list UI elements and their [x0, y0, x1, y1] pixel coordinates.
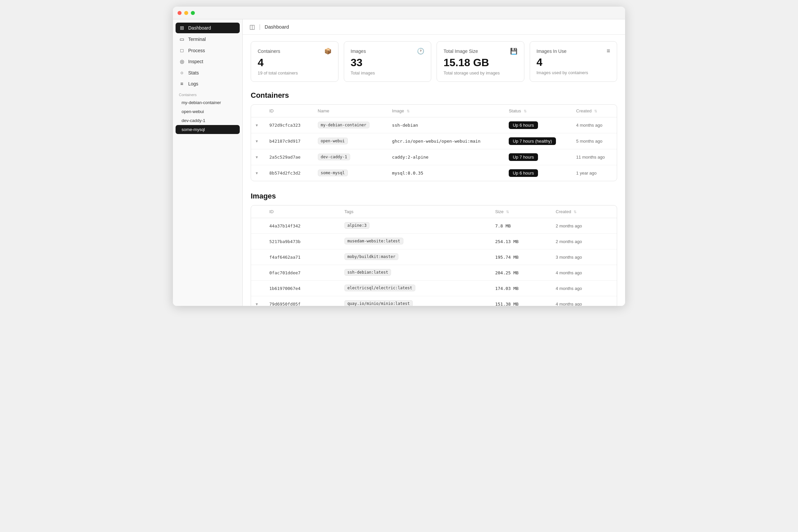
containers-table: ID Name Image ⇅ Status ⇅ Created ⇅ ▾ 972…: [251, 105, 617, 181]
sidebar-item-inspect[interactable]: ◎Inspect: [175, 56, 240, 67]
titlebar: [173, 7, 625, 19]
images-table-wrapper: ID Tags Size ⇅ Created ⇅ 44a37b14f342 al…: [251, 205, 617, 306]
sidebar-container-my-debian-container[interactable]: my-debian-container: [175, 98, 240, 107]
sidebar-item-dashboard[interactable]: ⊞Dashboard: [175, 23, 240, 33]
sidebar-item-stats[interactable]: ○Stats: [175, 68, 240, 78]
app-layout: ⊞Dashboard▭Terminal□Process◎Inspect○Stat…: [173, 19, 625, 306]
sidebar-container-dev-caddy-1[interactable]: dev-caddy-1: [175, 116, 240, 125]
container-status: Up 6 hours: [504, 117, 572, 133]
container-name: my-debian-container: [313, 117, 388, 133]
sidebar-containers-label: Containers: [173, 89, 242, 98]
table-row[interactable]: 1b61970067e4 electricsql/electric:latest…: [251, 281, 617, 296]
containers-col-image: Image ⇅: [387, 105, 504, 117]
image-id: 5217ba9b473b: [265, 234, 340, 249]
table-row[interactable]: ▾ 79d6950fd05f quay.io/minio/minio:lates…: [251, 296, 617, 306]
image-size: 151.38 MB: [491, 296, 551, 306]
main-content: ◫ | Dashboard Containers 📦 4 19 of total…: [243, 19, 625, 306]
containers-tbody: ▾ 972d9cfca323 my-debian-container ssh-d…: [251, 117, 617, 181]
minimize-button[interactable]: [184, 11, 188, 15]
container-id: 8b574d2fc3d2: [265, 165, 313, 181]
container-image: ssh-debian: [387, 117, 504, 133]
image-id: 1b61970067e4: [265, 281, 340, 296]
close-button[interactable]: [177, 11, 182, 15]
sidebar-container-label: open-webui: [182, 109, 204, 114]
table-row[interactable]: ▾ 8b574d2fc3d2 some-mysql mysql:8.0.35 U…: [251, 165, 617, 181]
container-status: Up 7 hours (healthy): [504, 133, 572, 149]
container-created: 5 months ago: [572, 133, 617, 149]
sidebar-container-some-mysql[interactable]: some-mysql: [175, 125, 240, 134]
sidebar-containers-list: my-debian-containeropen-webuidev-caddy-1…: [173, 98, 242, 134]
sidebar-container-label: my-debian-container: [182, 100, 221, 105]
stat-sub-containers: 19 of total containers: [258, 71, 331, 75]
containers-col-created: Created ⇅: [572, 105, 617, 117]
table-row[interactable]: ▾ 2a5c529ad7ae dev-caddy-1 caddy:2-alpin…: [251, 149, 617, 165]
expand-button[interactable]: ▾: [256, 171, 258, 175]
expand-button[interactable]: ▾: [256, 302, 258, 306]
container-name: dev-caddy-1: [313, 149, 388, 165]
sidebar-container-label: some-mysql: [182, 127, 205, 132]
process-icon: □: [179, 48, 185, 53]
image-size: 174.03 MB: [491, 281, 551, 296]
stat-icon-images-in-use: ≡: [607, 48, 610, 55]
sidebar-container-open-webui[interactable]: open-webui: [175, 107, 240, 116]
sidebar-item-process[interactable]: □Process: [175, 45, 240, 56]
container-id: b42187c9d917: [265, 133, 313, 149]
stat-icon-images: 🕐: [417, 48, 424, 55]
table-row[interactable]: 0fac701ddee7 ssh-debian:latest 204.25 MB…: [251, 265, 617, 281]
images-thead: ID Tags Size ⇅ Created ⇅: [251, 206, 617, 218]
container-id: 972d9cfca323: [265, 117, 313, 133]
sidebar-toggle-button[interactable]: ◫: [249, 23, 255, 31]
table-row[interactable]: ▾ 972d9cfca323 my-debian-container ssh-d…: [251, 117, 617, 133]
stat-value-containers: 4: [258, 57, 331, 69]
sidebar-item-label: Stats: [188, 70, 199, 75]
container-id: 2a5c529ad7ae: [265, 149, 313, 165]
maximize-button[interactable]: [191, 11, 195, 15]
table-row[interactable]: f4af6462aa71 moby/buildkit:master 195.74…: [251, 249, 617, 265]
container-name: some-mysql: [313, 165, 388, 181]
container-image: caddy:2-alpine: [387, 149, 504, 165]
containers-col-id: ID: [265, 105, 313, 117]
table-row[interactable]: 44a37b14f342 alpine:3 7.8 MB 2 months ag…: [251, 218, 617, 234]
table-row[interactable]: ▾ b42187c9d917 open-webui ghcr.io/open-w…: [251, 133, 617, 149]
image-created: 4 months ago: [551, 265, 617, 281]
expand-button[interactable]: ▾: [256, 139, 258, 144]
containers-section-title: Containers: [251, 91, 617, 100]
app-window: ⊞Dashboard▭Terminal□Process◎Inspect○Stat…: [173, 7, 625, 306]
image-id: 44a37b14f342: [265, 218, 340, 234]
stat-card-total-image-size: Total Image Size 💾 15.18 GB Total storag…: [437, 41, 524, 82]
images-table: ID Tags Size ⇅ Created ⇅ 44a37b14f342 al…: [251, 206, 617, 306]
stat-label-images-in-use: Images In Use: [537, 49, 567, 54]
image-size: 7.8 MB: [491, 218, 551, 234]
expand-button[interactable]: ▾: [256, 123, 258, 128]
content-area: Containers 📦 4 19 of total containers Im…: [243, 35, 625, 306]
containers-col-expand: [251, 105, 265, 117]
container-image: mysql:8.0.35: [387, 165, 504, 181]
terminal-icon: ▭: [179, 36, 185, 42]
dashboard-icon: ⊞: [179, 25, 185, 31]
image-created: 4 months ago: [551, 296, 617, 306]
page-title: Dashboard: [265, 24, 289, 30]
image-id: 0fac701ddee7: [265, 265, 340, 281]
sidebar-item-label: Inspect: [188, 59, 203, 64]
image-size: 254.13 MB: [491, 234, 551, 249]
stat-sub-images: Total images: [351, 71, 424, 75]
containers-col-name: Name: [313, 105, 388, 117]
image-size: 204.25 MB: [491, 265, 551, 281]
stat-value-total-image-size: 15.18 GB: [443, 57, 517, 69]
stat-label-images: Images: [351, 49, 366, 54]
stats-row: Containers 📦 4 19 of total containers Im…: [251, 41, 617, 82]
table-row[interactable]: 5217ba9b473b musedam-website:latest 254.…: [251, 234, 617, 249]
container-image: ghcr.io/open-webui/open-webui:main: [387, 133, 504, 149]
stat-icon-total-image-size: 💾: [510, 48, 517, 55]
stat-card-images-in-use: Images In Use ≡ 4 Images used by contain…: [530, 41, 618, 82]
container-created: 1 year ago: [572, 165, 617, 181]
stat-label-total-image-size: Total Image Size: [443, 49, 478, 54]
images-tbody: 44a37b14f342 alpine:3 7.8 MB 2 months ag…: [251, 218, 617, 306]
stat-sub-images-in-use: Images used by containers: [537, 70, 610, 75]
sidebar-item-logs[interactable]: ≡Logs: [175, 78, 240, 89]
sidebar-item-terminal[interactable]: ▭Terminal: [175, 34, 240, 44]
sidebar-container-label: dev-caddy-1: [182, 118, 206, 123]
expand-button[interactable]: ▾: [256, 155, 258, 159]
containers-table-wrapper: ID Name Image ⇅ Status ⇅ Created ⇅ ▾ 972…: [251, 104, 617, 181]
image-tags: moby/buildkit:master: [340, 249, 491, 265]
